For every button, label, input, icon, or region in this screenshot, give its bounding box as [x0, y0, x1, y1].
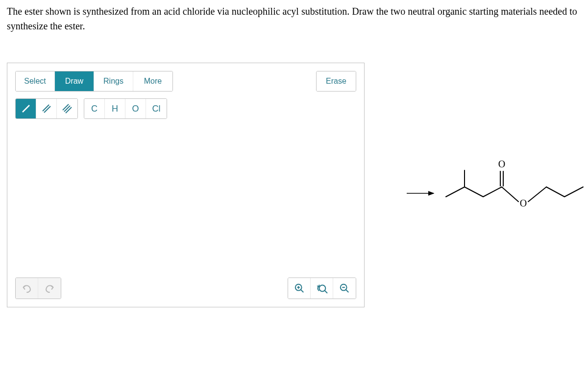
triple-bond-button[interactable]: [57, 99, 77, 118]
single-bond-button[interactable]: [16, 99, 36, 118]
hydrogen-button[interactable]: H: [105, 99, 125, 118]
erase-button[interactable]: Erase: [317, 71, 356, 91]
oxygen-button[interactable]: O: [125, 99, 146, 118]
zoom-in-icon: [294, 283, 305, 294]
zoom-in-button[interactable]: [288, 278, 311, 299]
svg-point-10: [319, 285, 325, 292]
svg-line-16: [446, 187, 465, 197]
single-bond-icon: [16, 99, 36, 118]
ester-oxygen-label: O: [520, 198, 527, 208]
carbon-button[interactable]: C: [84, 99, 105, 118]
svg-line-17: [465, 187, 483, 197]
svg-line-3: [63, 104, 69, 110]
zoom-reset-icon: [316, 283, 328, 294]
svg-line-7: [300, 290, 303, 293]
svg-line-23: [528, 187, 546, 202]
svg-line-5: [66, 107, 72, 113]
more-button[interactable]: More: [133, 71, 172, 91]
toolbar-row-2: C H O Cl: [15, 98, 356, 119]
product-molecule: O O: [392, 157, 588, 245]
triple-bond-icon: [57, 99, 77, 118]
carbonyl-oxygen-label: O: [498, 159, 505, 169]
redo-icon: [44, 283, 55, 294]
svg-line-13: [346, 290, 349, 293]
svg-line-0: [23, 105, 29, 112]
bottom-tools: [15, 278, 356, 299]
svg-line-19: [483, 187, 502, 197]
draw-button[interactable]: Draw: [55, 71, 94, 91]
svg-line-25: [564, 187, 583, 197]
toolbar-row-1: Select Draw Rings More Erase: [15, 71, 356, 92]
chlorine-button[interactable]: Cl: [146, 99, 167, 118]
undo-icon: [22, 283, 32, 294]
drawing-canvas[interactable]: [15, 126, 356, 282]
redo-button[interactable]: [38, 278, 61, 299]
zoom-out-icon: [339, 283, 350, 294]
element-group: C H O Cl: [84, 98, 167, 119]
undo-button[interactable]: [16, 278, 38, 299]
double-bond-button[interactable]: [36, 99, 57, 118]
double-bond-icon: [36, 99, 56, 118]
question-text: The ester shown is synthesized from an a…: [7, 4, 581, 33]
history-group: [15, 278, 61, 299]
svg-line-11: [324, 291, 327, 294]
structure-editor: Select Draw Rings More Erase: [7, 63, 365, 307]
svg-line-24: [546, 187, 564, 197]
svg-line-4: [64, 106, 70, 112]
rings-button[interactable]: Rings: [94, 71, 133, 91]
svg-line-22: [502, 187, 518, 202]
bond-group: [15, 98, 78, 119]
zoom-out-button[interactable]: [333, 278, 356, 299]
mode-group: Select Draw Rings More: [15, 71, 173, 92]
zoom-group: [288, 278, 356, 299]
zoom-reset-button[interactable]: [311, 278, 333, 299]
erase-group: Erase: [316, 71, 356, 92]
select-button[interactable]: Select: [16, 71, 55, 91]
